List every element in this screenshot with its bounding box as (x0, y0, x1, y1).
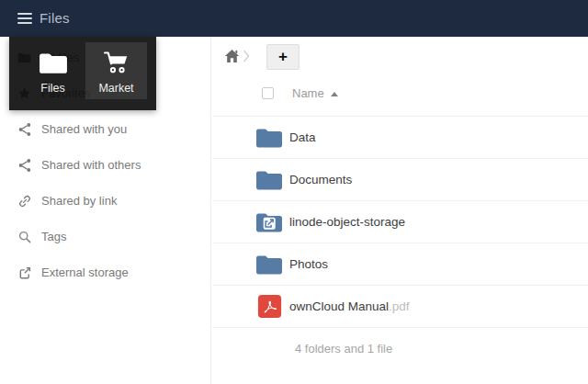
folder-icon (255, 168, 283, 191)
new-file-button[interactable]: + (266, 44, 300, 70)
app-menu-item-label: Files (40, 82, 64, 95)
file-name: Documents (289, 159, 352, 200)
link-icon (17, 193, 32, 209)
sidebar-item-label: Shared with you (41, 122, 127, 136)
sidebar-item-label: Shared with others (41, 158, 141, 172)
app-menu-dropdown: Files Market (9, 37, 156, 110)
owncloud-files-app: Files All files Favorites Shared wit (0, 0, 588, 384)
folder-icon (255, 253, 283, 276)
sidebar-item-label: External storage (41, 265, 129, 279)
app-title: Files (40, 0, 70, 37)
file-row-photos[interactable]: Photos (212, 243, 588, 285)
shopping-cart-icon (103, 47, 130, 78)
magnifier-icon (17, 229, 32, 244)
sidebar-item-shared-with-others[interactable]: Shared with others (0, 147, 210, 183)
app-menu-item-files[interactable]: Files (22, 42, 84, 99)
file-list-summary: 4 folders and 1 file (295, 328, 392, 369)
sidebar-item-tags[interactable]: Tags (0, 219, 210, 254)
file-name: Data (289, 117, 316, 158)
app-menu-item-label: Market (98, 82, 133, 95)
folder-icon (39, 47, 68, 78)
breadcrumb-home-button[interactable] (220, 49, 243, 65)
app-menu-item-market[interactable]: Market (85, 42, 147, 99)
file-list-header: Name (212, 75, 588, 110)
file-name: linode-object-storage (289, 201, 405, 243)
external-link-icon (17, 265, 32, 280)
file-name: ownCloud Manual.pdf (289, 286, 410, 327)
file-name: Photos (289, 243, 328, 285)
file-row-data[interactable]: Data (212, 116, 588, 158)
sort-ascending-icon (331, 92, 338, 96)
column-header-name[interactable]: Name (292, 86, 324, 100)
file-extension: .pdf (389, 299, 410, 313)
pdf-file-icon (257, 294, 285, 317)
external-folder-icon (255, 210, 283, 233)
sidebar-item-shared-with-you[interactable]: Shared with you (0, 111, 210, 147)
sidebar-item-shared-by-link[interactable]: Shared by link (0, 183, 210, 219)
file-row-linode-object-storage[interactable]: linode-object-storage (212, 200, 588, 243)
folder-icon (255, 126, 283, 149)
file-rows: Data Documents linode-object-storage Pho… (212, 116, 588, 369)
file-row-owncloud-manual-pdf[interactable]: ownCloud Manual.pdf (212, 285, 588, 327)
file-row-documents[interactable]: Documents (212, 158, 588, 200)
sidebar-item-label: Tags (41, 230, 66, 243)
app-menu-toggle-button[interactable] (7, 0, 42, 37)
sidebar-item-external-storage[interactable]: External storage (0, 254, 210, 290)
sidebar-item-label: Shared by link (41, 194, 117, 208)
share-icon (17, 157, 32, 173)
share-icon (17, 121, 32, 137)
top-navbar: Files (0, 0, 588, 37)
select-all-checkbox[interactable] (262, 87, 274, 99)
home-icon (224, 52, 240, 66)
breadcrumb-chevron-icon (243, 50, 250, 66)
file-list-panel: + Name Data Documents (212, 37, 588, 384)
file-list-summary-row: 4 folders and 1 file (212, 327, 588, 369)
